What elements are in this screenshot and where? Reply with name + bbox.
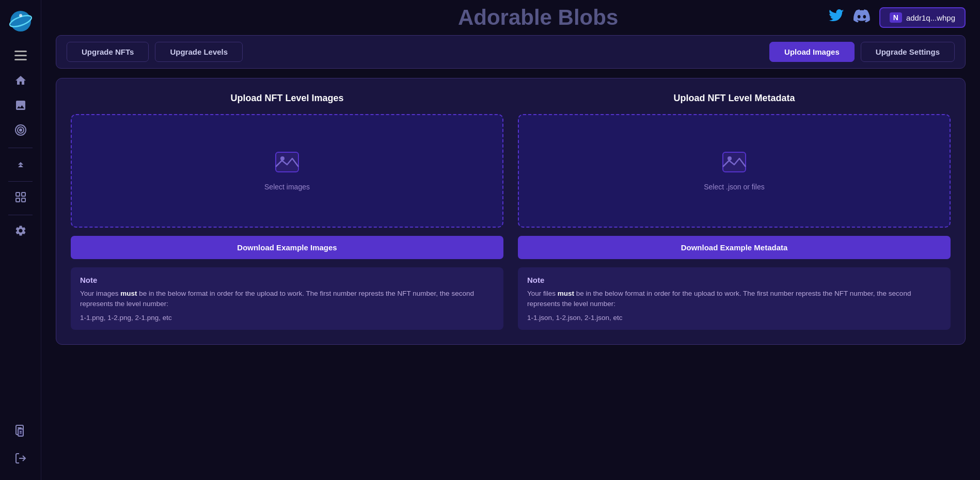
divider-1 xyxy=(8,148,33,148)
image-icon[interactable] xyxy=(9,94,32,117)
images-note-example: 1-1.png, 1-2.png, 2-1.png, etc xyxy=(80,314,494,322)
metadata-note-box: Note Your files must be in the below for… xyxy=(518,267,951,330)
upload-images-col: Upload NFT Level Images Select images Do… xyxy=(71,93,503,330)
svg-rect-14 xyxy=(18,427,22,428)
svg-rect-9 xyxy=(16,193,20,196)
top-bar: Adorable Blobs N addr1q...whpg xyxy=(41,0,980,35)
grid-icon[interactable] xyxy=(9,186,32,209)
metadata-dropzone-label: Select .json or files xyxy=(704,183,765,191)
svg-point-22 xyxy=(280,156,284,161)
svg-rect-12 xyxy=(22,198,25,202)
svg-rect-19 xyxy=(20,433,22,434)
metadata-note-title: Note xyxy=(527,276,941,284)
wallet-network: N xyxy=(890,12,902,23)
upload-metadata-title: Upload NFT Level Metadata xyxy=(518,93,951,104)
sidebar xyxy=(0,0,41,480)
svg-rect-10 xyxy=(22,193,25,196)
twitter-icon[interactable] xyxy=(829,9,844,26)
images-note-box: Note Your images must be in the below fo… xyxy=(71,267,503,330)
settings-icon[interactable] xyxy=(9,219,32,242)
divider-3 xyxy=(8,215,33,215)
upload-metadata-col: Upload NFT Level Metadata Select .json o… xyxy=(518,93,951,330)
discord-icon[interactable] xyxy=(853,9,870,26)
menu-icon[interactable] xyxy=(9,44,32,67)
home-icon[interactable] xyxy=(9,69,32,92)
target-icon[interactable] xyxy=(9,119,32,141)
tab-upgrade-nfts[interactable]: Upgrade NFTs xyxy=(67,42,149,62)
metadata-note-example: 1-1.json, 1-2.json, 2-1.json, etc xyxy=(527,314,941,322)
metadata-dropzone[interactable]: Select .json or files xyxy=(518,114,951,228)
svg-rect-5 xyxy=(14,59,27,60)
top-bar-icons: N addr1q...whpg xyxy=(829,7,966,28)
download-example-metadata-btn[interactable]: Download Example Metadata xyxy=(518,236,951,259)
main-area: Adorable Blobs N addr1q...whpg xyxy=(41,0,980,480)
tab-upload-images[interactable]: Upload Images xyxy=(769,42,855,62)
svg-rect-4 xyxy=(14,55,27,56)
svg-rect-3 xyxy=(14,51,27,52)
tab-upgrade-levels[interactable]: Upgrade Levels xyxy=(155,42,243,62)
wallet-button[interactable]: N addr1q...whpg xyxy=(879,7,966,28)
chevron-up-icon[interactable] xyxy=(9,152,32,175)
images-note-text: Your images must be in the below format … xyxy=(80,289,494,310)
svg-point-8 xyxy=(20,129,22,131)
images-dropzone[interactable]: Select images xyxy=(71,114,503,228)
page-title: Adorable Blobs xyxy=(458,5,618,30)
download-example-images-btn[interactable]: Download Example Images xyxy=(71,236,503,259)
wallet-address: addr1q...whpg xyxy=(906,13,955,22)
logout-icon[interactable] xyxy=(9,447,32,470)
images-note-title: Note xyxy=(80,276,494,284)
app-logo[interactable] xyxy=(8,8,34,34)
tab-bar: Upgrade NFTs Upgrade Levels Upload Image… xyxy=(56,35,966,69)
document-icon[interactable] xyxy=(9,420,32,443)
upload-images-title: Upload NFT Level Images xyxy=(71,93,503,104)
page-content: Upgrade NFTs Upgrade Levels Upload Image… xyxy=(41,35,980,480)
metadata-note-text: Your files must be in the below format i… xyxy=(527,289,941,310)
svg-point-24 xyxy=(728,156,732,161)
divider-2 xyxy=(8,181,33,182)
metadata-drop-icon xyxy=(722,151,747,178)
images-dropzone-label: Select images xyxy=(264,183,310,191)
tab-upgrade-settings[interactable]: Upgrade Settings xyxy=(861,42,955,62)
upload-panel: Upload NFT Level Images Select images Do… xyxy=(56,78,966,345)
sidebar-bottom xyxy=(9,420,32,472)
image-drop-icon xyxy=(275,151,299,178)
svg-rect-11 xyxy=(16,198,20,202)
svg-point-2 xyxy=(19,14,22,17)
svg-rect-18 xyxy=(20,431,22,432)
